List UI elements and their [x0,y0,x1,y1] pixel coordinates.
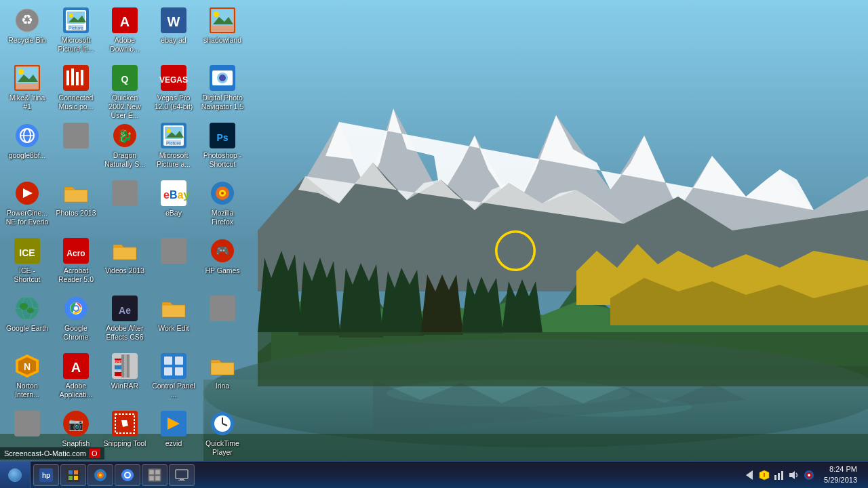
desktop-icon-shadowland[interactable]: shadowland [198,3,247,58]
desktop-icon-videos2013[interactable]: Videos 2013 [100,233,149,289]
svg-text:📷: 📷 [68,417,84,432]
tray-volume-icon[interactable] [789,470,800,481]
adobe-app-label: Adobe Applicati... [54,382,98,399]
desktop-icon-work-edit[interactable]: Work Edit [149,291,198,346]
desktop-icon-winrar[interactable]: RARWinRAR [100,348,149,404]
desktop-icon-quicktime[interactable]: QuickTime Player [198,406,247,462]
desktop-icon-snipping[interactable]: Snipping Tool [100,406,149,462]
desktop-icons: ♻Recycle Bin PictureMicrosoft Picture It… [0,0,258,461]
desktop-icon-recycle-bin[interactable]: ♻Recycle Bin [3,3,52,58]
tool-taskbar-icon [148,468,161,482]
desktop-icon-digital-photo[interactable]: Digital Photo Navigator 1.5 [198,60,247,116]
svg-rect-121 [164,367,172,375]
desktop-icon-adobe-downlo[interactable]: AAdobe Downlo... [100,3,149,58]
svg-marker-18 [420,274,463,335]
desktop-icon-control-panel[interactable]: Control Panel ... [149,348,198,404]
desktop-icon-google-earth[interactable]: Google Earth [3,291,52,346]
desktop-icon-mike-irina[interactable]: Mike& Irina #1 [3,60,52,116]
clock-time: 8:24 PM [824,464,857,474]
windows-taskbar-icon [66,468,80,482]
desktop-icon-blank2[interactable] [100,176,149,231]
firefox-taskbar-icon [94,468,107,482]
desktop-icon-word-doc[interactable]: Webay ad [149,3,198,58]
svg-point-9 [203,339,868,447]
desktop-icon-google-chrome[interactable]: Google Chrome [52,291,100,346]
system-clock[interactable]: 8:24 PM 5/29/2013 [818,464,863,485]
desktop-icon-ezvid[interactable]: ezvid [149,406,198,462]
svg-marker-6 [271,298,868,366]
hp-games-label: HP Games [205,266,239,275]
norton-label: Norton Intern... [5,382,49,399]
chrome-taskbar-icon [121,468,134,482]
desktop-icon-mozilla[interactable]: Mozilla Firefox [198,176,247,231]
svg-text:eBay: eBay [163,189,189,201]
quicken-icon: Q [111,64,138,92]
svg-point-146 [99,474,102,476]
desktop-icon-ms-picture[interactable]: PictureMicrosoft Picture It!... [52,3,100,58]
desktop-icon-hp-games[interactable]: 🎮HP Games [198,233,247,289]
svg-marker-4 [298,163,624,224]
quicktime-icon [209,410,236,437]
tray-screencast-icon[interactable] [804,470,814,481]
desktop-icon-ms-picture2[interactable]: PictureMicrosoft Picture a... [149,118,198,174]
svg-rect-140 [68,470,73,474]
google8bf-label: google8bf... [9,151,46,160]
desktop-icon-acrobat[interactable]: AcroAcrobat Reader 5.0 [52,233,100,289]
svg-rect-21 [258,332,868,386]
desktop-icon-ice[interactable]: ICEICE - Shortcut [3,233,52,289]
svg-rect-153 [149,476,154,481]
desktop-icon-google8bf[interactable]: google8bf... [3,118,52,174]
svg-point-84 [221,192,224,195]
tray-network-icon[interactable] [774,470,785,481]
svg-point-41 [214,12,219,17]
taskbar-firefox-button[interactable] [87,464,113,486]
desktop-icon-connected-music[interactable]: Connected Music po... [52,60,100,116]
hp-taskbar-icon: hp [39,468,53,482]
taskbar-win-button[interactable] [60,464,86,486]
vegas-pro-icon: VEGAS [160,64,187,92]
hp-games-icon: 🎮 [209,237,236,264]
svg-marker-17 [380,268,424,336]
svg-point-12 [529,396,692,417]
svg-rect-48 [66,70,69,85]
desktop-icon-dragon[interactable]: 🐉Dragon Naturally S... [100,118,149,174]
svg-text:Ps: Ps [216,132,228,143]
desktop-icon-blank1[interactable] [52,118,100,174]
svg-rect-142 [68,476,73,480]
google-chrome-label: Google Chrome [54,324,98,342]
desktop-icon-norton[interactable]: NNorton Intern... [3,348,52,404]
word-doc-label: ebay ad [161,36,186,45]
tray-norton-icon[interactable]: ! [759,470,770,481]
desktop-icon-vegas-pro[interactable]: VEGASVegas Pro 12.0 (64-bit) [149,60,198,116]
svg-text:N: N [24,361,31,372]
desktop-icon-blank4[interactable] [198,291,247,346]
quicktime-label: QuickTime Player [201,439,244,457]
svg-rect-49 [71,68,74,85]
svg-text:!: ! [764,472,766,479]
recycle-bin-icon: ♻ [14,7,41,34]
photoshop-icon: Ps [209,122,236,149]
tray-show-icons[interactable] [744,470,755,481]
svg-text:A: A [71,360,81,375]
work-edit-icon [160,295,187,322]
taskbar-chrome-button[interactable] [115,464,140,486]
desktop-icon-photos2013[interactable]: Photos 2013 [52,176,100,231]
svg-point-98 [27,308,34,313]
taskbar-hp-button[interactable]: hp [33,464,59,486]
desktop-icon-after-effects[interactable]: AeAdobe After Effects CS6 [100,291,149,346]
acrobat-label: Acrobat Reader 5.0 [54,266,98,284]
desktop-icon-blank3[interactable] [149,233,198,289]
ice-icon: ICE [14,237,41,264]
taskbar-tool-button[interactable] [142,464,167,486]
desktop-icon-photoshop[interactable]: PsPhotoshop - Shortcut [198,118,247,174]
desktop-icon-powercine[interactable]: PowerCine... NE for Everio [3,176,52,231]
desktop-icon-irina[interactable]: Irina [198,348,247,404]
desktop-icon-quicken[interactable]: QQuicken 2002 New User E... [100,60,149,116]
desktop-icon-adobe-app[interactable]: AAdobe Applicati... [52,348,100,404]
desktop-icon-ebay[interactable]: eBayeBay [149,176,198,231]
taskbar-screen-button[interactable] [169,464,195,486]
acrobat-icon: Acro [62,237,90,264]
svg-text:VEGAS: VEGAS [159,75,188,85]
control-panel-label: Control Panel ... [152,382,195,399]
start-button[interactable] [0,462,31,488]
